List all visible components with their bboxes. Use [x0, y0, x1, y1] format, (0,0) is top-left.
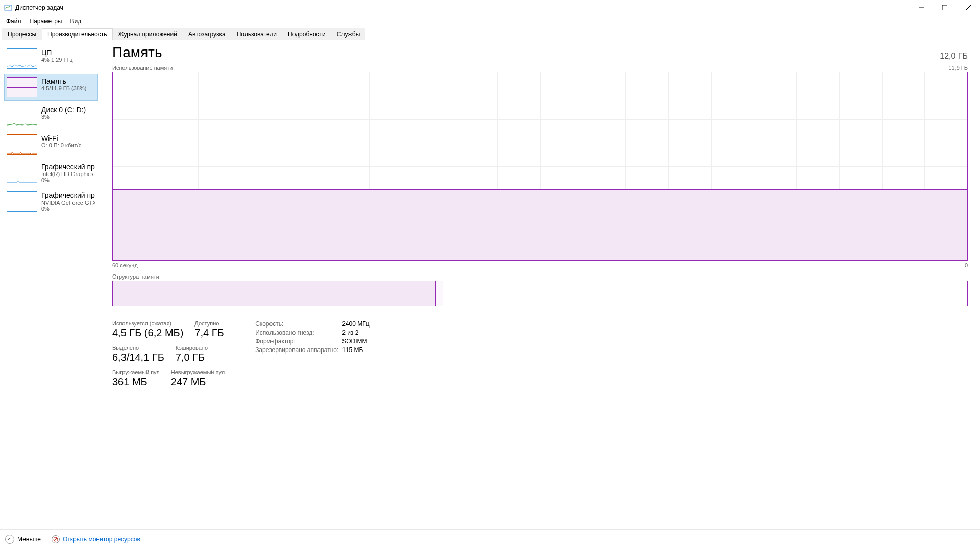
sidebar-gpu1-sub1: NVIDIA GeForce GTX 1050: [41, 199, 95, 206]
sidebar-memory-sub: 4,5/11,9 ГБ (38%): [41, 85, 86, 91]
fewer-details-label: Меньше: [17, 536, 41, 543]
tab-details[interactable]: Подробности: [282, 28, 331, 40]
usage-chart-label: Использование памяти: [112, 65, 173, 71]
composition-modified: [436, 281, 443, 306]
stat-cached-value: 7,0 ГБ: [176, 352, 208, 363]
stat-nonpaged-value: 247 МБ: [171, 376, 225, 388]
kv-speed-label: Скорость:: [255, 320, 342, 328]
kv-reserved-value: 115 МБ: [342, 346, 363, 354]
wifi-thumbnail-icon: [7, 134, 37, 155]
sidebar-item-gpu1[interactable]: Графический процессор 1 NVIDIA GeForce G…: [4, 188, 98, 215]
sidebar-item-memory[interactable]: Память 4,5/11,9 ГБ (38%): [4, 74, 98, 101]
composition-standby: [443, 281, 946, 306]
sidebar-disk-title: Диск 0 (C: D:): [41, 106, 86, 114]
sidebar-item-gpu0[interactable]: Графический процессор 0 Intel(R) HD Grap…: [4, 160, 98, 186]
fewer-details-button[interactable]: Меньше: [5, 535, 41, 544]
gpu1-thumbnail-icon: [7, 191, 37, 212]
usage-chart-max: 11,9 ГБ: [948, 65, 968, 71]
menu-bar: Файл Параметры Вид: [0, 15, 980, 28]
memory-composition-bar: [112, 281, 968, 306]
minimize-button[interactable]: [910, 0, 933, 15]
stat-inuse-label: Используется (сжатая): [112, 320, 183, 327]
sidebar-gpu1-title: Графический процессор 1: [41, 191, 95, 199]
svg-rect-2: [942, 5, 947, 10]
kv-form-value: SODIMM: [342, 338, 367, 345]
window-title: Диспетчер задач: [15, 4, 63, 11]
memory-thumbnail-icon: [7, 77, 37, 97]
sidebar-wifi-sub: О: 0 П: 0 кбит/с: [41, 142, 81, 148]
stat-committed-label: Выделено: [112, 345, 164, 351]
svg-line-6: [54, 538, 57, 541]
stat-nonpaged-label: Невыгружаемый пул: [171, 369, 225, 375]
tab-performance[interactable]: Производительность: [42, 28, 112, 40]
bottom-bar: Меньше Открыть монитор ресурсов: [0, 529, 980, 549]
sidebar-gpu1-sub2: 0%: [41, 206, 95, 212]
gpu0-thumbnail-icon: [7, 163, 37, 183]
kv-speed-value: 2400 МГц: [342, 320, 369, 328]
stat-avail-value: 7,4 ГБ: [194, 327, 224, 339]
sidebar-item-disk[interactable]: Диск 0 (C: D:) 3%: [4, 103, 98, 129]
stat-paged-value: 361 МБ: [112, 376, 160, 388]
sidebar-wifi-title: Wi-Fi: [41, 134, 81, 142]
stat-inuse-value: 4,5 ГБ (6,2 МБ): [112, 327, 183, 339]
sidebar-disk-sub: 3%: [41, 114, 86, 120]
open-resource-monitor-link[interactable]: Открыть монитор ресурсов: [52, 535, 140, 543]
divider: [46, 535, 46, 544]
tab-strip: Процессы Производительность Журнал прило…: [0, 28, 980, 40]
kv-reserved-label: Зарезервировано аппаратно:: [255, 346, 342, 354]
sidebar-gpu0-title: Графический процессор 0: [41, 163, 95, 171]
open-resource-monitor-label: Открыть монитор ресурсов: [63, 536, 140, 543]
sidebar-gpu0-sub2: 0%: [41, 177, 95, 183]
memory-info-table: Скорость:2400 МГц Использовано гнезд:2 и…: [255, 320, 369, 394]
stat-cached-label: Кэшировано: [176, 345, 208, 351]
memory-usage-chart: [112, 72, 968, 261]
close-button[interactable]: [957, 0, 980, 15]
disk-thumbnail-icon: [7, 106, 37, 126]
resource-monitor-icon: [52, 535, 60, 543]
stat-avail-label: Доступно: [194, 320, 224, 327]
main-panel: Память 12,0 ГБ Использование памяти 11,9…: [102, 40, 980, 529]
sidebar-memory-title: Память: [41, 77, 86, 85]
task-manager-icon: [4, 4, 12, 12]
tab-processes[interactable]: Процессы: [2, 28, 42, 40]
maximize-button[interactable]: [933, 0, 957, 15]
stat-committed-value: 6,3/14,1 ГБ: [112, 352, 164, 363]
sidebar-item-wifi[interactable]: Wi-Fi О: 0 П: 0 кбит/с: [4, 131, 98, 158]
menu-file[interactable]: Файл: [2, 17, 26, 26]
tab-users[interactable]: Пользователи: [231, 28, 282, 40]
composition-label: Структура памяти: [112, 273, 968, 280]
composition-free: [946, 281, 967, 306]
title-bar: Диспетчер задач: [0, 0, 980, 15]
kv-slots-label: Использовано гнезд:: [255, 329, 342, 336]
kv-slots-value: 2 из 2: [342, 329, 358, 336]
sidebar-cpu-title: ЦП: [41, 48, 73, 57]
menu-view[interactable]: Вид: [66, 17, 85, 26]
sidebar-cpu-sub: 4% 1,29 ГГц: [41, 57, 73, 63]
sidebar-gpu0-sub1: Intel(R) HD Graphics 630: [41, 171, 95, 177]
tab-app-history[interactable]: Журнал приложений: [113, 28, 183, 40]
page-title: Память: [112, 44, 162, 61]
svg-rect-0: [5, 5, 12, 10]
sidebar-item-cpu[interactable]: ЦП 4% 1,29 ГГц: [4, 45, 98, 72]
chevron-up-icon: [5, 535, 14, 544]
kv-form-label: Форм-фактор:: [255, 338, 342, 345]
menu-options[interactable]: Параметры: [26, 17, 66, 26]
composition-in-use: [113, 281, 436, 306]
stat-paged-label: Выгружаемый пул: [112, 369, 160, 375]
time-axis-left: 60 секунд: [112, 262, 138, 268]
performance-sidebar: ЦП 4% 1,29 ГГц Память 4,5/11,9 ГБ (38%) …: [0, 40, 102, 529]
cpu-thumbnail-icon: [7, 48, 37, 69]
memory-total: 12,0 ГБ: [940, 52, 968, 61]
tab-services[interactable]: Службы: [331, 28, 365, 40]
tab-startup[interactable]: Автозагрузка: [183, 28, 231, 40]
time-axis-right: 0: [965, 262, 968, 268]
